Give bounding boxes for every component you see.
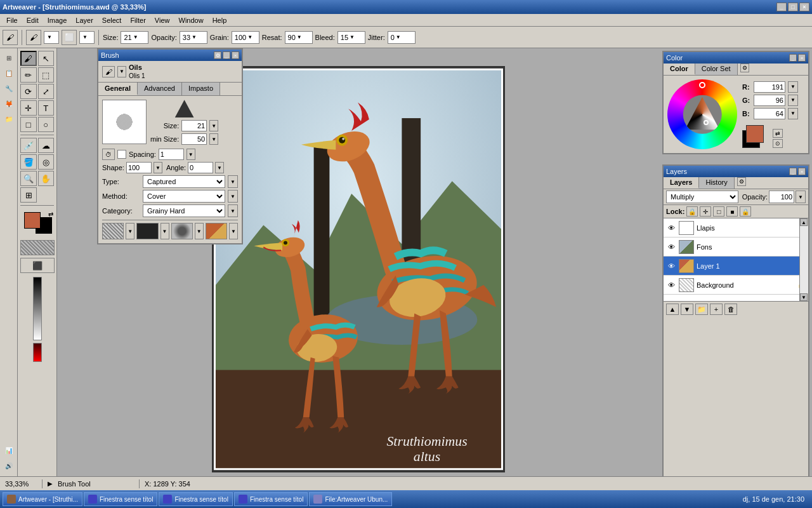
- lock-pixels-btn[interactable]: 🔒: [686, 206, 698, 217]
- layers-panel-minimize[interactable]: _: [789, 168, 797, 175]
- move-layer-down-btn[interactable]: ▼: [681, 304, 693, 315]
- menu-filter[interactable]: Filter: [126, 16, 149, 25]
- scroll-up-btn[interactable]: ▲: [800, 218, 808, 226]
- blur-btn[interactable]: ◎: [38, 154, 55, 170]
- swap-colors-btn[interactable]: ⇄: [773, 129, 783, 138]
- menu-view[interactable]: View: [151, 16, 174, 25]
- menu-layer[interactable]: Layer: [72, 16, 97, 25]
- layers-panel-controls[interactable]: _ ×: [789, 168, 806, 175]
- os-icon-bottom[interactable]: 📊: [2, 443, 16, 457]
- color-panel-close[interactable]: ×: [798, 54, 806, 62]
- lock-icon[interactable]: 🔒: [740, 206, 751, 217]
- menu-image[interactable]: Image: [44, 16, 71, 25]
- os-icon-4[interactable]: 🦊: [2, 97, 16, 110]
- spacing-icon-btn[interactable]: ⏱: [102, 149, 115, 160]
- move-tool-btn[interactable]: ✛: [20, 100, 37, 116]
- rect-select-btn[interactable]: ⬚: [38, 67, 55, 83]
- brush-pattern-icon[interactable]: ⬜: [62, 30, 77, 45]
- pencil-tool-btn[interactable]: ✏: [20, 67, 37, 83]
- color-panel-controls[interactable]: _ ×: [789, 54, 806, 62]
- taskbar-btn-artweaver[interactable]: Artweaver - [Struthi...: [3, 492, 82, 506]
- angle-input[interactable]: [188, 162, 213, 173]
- preset-2[interactable]: [136, 223, 158, 239]
- brush-tool-btn[interactable]: 🖌: [20, 51, 37, 66]
- brush-settings-icon[interactable]: ⚙: [214, 51, 221, 59]
- method-select-arrow[interactable]: ▼: [228, 190, 238, 203]
- delete-layer-btn[interactable]: 🗑: [724, 304, 737, 315]
- size-dropdown[interactable]: 21: [121, 31, 148, 44]
- minsize-param-dropdown[interactable]: ▼: [209, 133, 218, 145]
- os-icon-3[interactable]: 🔧: [2, 81, 16, 95]
- lock-transparency-btn[interactable]: □: [713, 206, 724, 217]
- g-dropdown[interactable]: ▼: [788, 95, 798, 106]
- layer-row-llapis[interactable]: 👁 Llapis: [664, 218, 808, 237]
- fg-color-swatch[interactable]: [24, 212, 41, 229]
- taskbar-btn-finestra1[interactable]: Finestra sense títol: [84, 492, 157, 506]
- brush-shape-preview[interactable]: [175, 100, 194, 117]
- layers-scrollbar[interactable]: ▲ ▼: [799, 218, 808, 301]
- menu-edit[interactable]: Edit: [23, 16, 43, 25]
- preset-4[interactable]: [206, 223, 227, 239]
- os-icon-5[interactable]: 📁: [2, 112, 16, 126]
- brush-type-icon[interactable]: 🖌: [102, 66, 115, 77]
- fill-btn[interactable]: 🪣: [20, 154, 37, 170]
- swap-colors-icon[interactable]: ⇄: [48, 211, 53, 218]
- texture-swatch[interactable]: [20, 240, 55, 255]
- tab-layers[interactable]: Layers: [664, 177, 699, 189]
- spacing-check[interactable]: [117, 150, 126, 159]
- transform-tool-btn[interactable]: ⤢: [38, 84, 55, 99]
- scroll-down-btn[interactable]: ▼: [800, 293, 808, 301]
- opacity-dropdown[interactable]: ▼: [796, 190, 806, 203]
- new-layer-btn[interactable]: +: [710, 304, 723, 315]
- os-icon-bottom2[interactable]: 🔊: [2, 458, 16, 472]
- spacing-dropdown[interactable]: ▼: [187, 149, 195, 160]
- resat-dropdown[interactable]: 90: [285, 31, 313, 44]
- fg-swatch[interactable]: [746, 125, 764, 143]
- os-icon-2[interactable]: 📋: [2, 66, 16, 80]
- tab-history[interactable]: History: [699, 177, 734, 189]
- bleed-dropdown[interactable]: 15: [337, 31, 365, 44]
- minsize-param-input[interactable]: [181, 133, 207, 145]
- jitter-dropdown[interactable]: 0: [388, 31, 416, 44]
- preset-3-dropdown[interactable]: ▼: [195, 223, 204, 239]
- blend-mode-select[interactable]: Multiply: [666, 190, 738, 203]
- maximize-button[interactable]: □: [788, 3, 798, 11]
- brush-selector-icon[interactable]: 🖌: [26, 30, 41, 45]
- preset-4-dropdown[interactable]: ▼: [229, 223, 238, 239]
- r-dropdown[interactable]: ▼: [788, 81, 798, 93]
- shape-input[interactable]: [126, 162, 152, 173]
- minimize-button[interactable]: _: [776, 3, 787, 11]
- layer-visibility-layer1[interactable]: 👁: [666, 261, 676, 271]
- preset-1-dropdown[interactable]: ▼: [126, 223, 134, 239]
- spacing-input[interactable]: [159, 149, 184, 160]
- type-select-arrow[interactable]: ▼: [228, 175, 238, 188]
- category-select-arrow[interactable]: ▼: [228, 204, 238, 217]
- tab-color[interactable]: Color: [664, 64, 695, 75]
- shape-dropdown[interactable]: ▼: [154, 162, 162, 173]
- ellipse-shape-btn[interactable]: ○: [38, 117, 55, 132]
- rect-shape-btn[interactable]: □: [20, 117, 37, 132]
- os-icon-1[interactable]: ⊞: [2, 51, 16, 65]
- angle-dropdown[interactable]: ▼: [215, 162, 224, 173]
- b-dropdown[interactable]: ▼: [788, 108, 798, 119]
- grain-dropdown[interactable]: 100: [232, 31, 259, 44]
- preset-1[interactable]: [102, 223, 124, 239]
- zoom-btn[interactable]: 🔍: [20, 171, 37, 186]
- brush-tool-icon[interactable]: 🖌: [3, 30, 18, 45]
- size-param-input[interactable]: [181, 120, 207, 131]
- close-button[interactable]: ×: [799, 3, 809, 11]
- taskbar-btn-file[interactable]: File:Artweaver Ubun...: [309, 492, 392, 506]
- brush-pattern-dropdown[interactable]: [79, 31, 95, 44]
- brush-panel-close[interactable]: ×: [232, 51, 239, 59]
- preset-2-dropdown[interactable]: ▼: [160, 223, 169, 239]
- smudge-btn[interactable]: ☁: [38, 138, 55, 153]
- layer-visibility-llapis[interactable]: 👁: [666, 223, 676, 233]
- color-selector-dot[interactable]: [704, 120, 709, 125]
- layer-row-layer1[interactable]: 👁 Layer 1: [664, 257, 808, 276]
- menu-file[interactable]: File: [3, 16, 22, 25]
- taskbar-btn-finestra3[interactable]: Finestra sense títol: [234, 492, 308, 506]
- preset-3[interactable]: [171, 223, 193, 239]
- layer-row-fons[interactable]: 👁 Fons: [664, 237, 808, 257]
- opacity-dropdown[interactable]: 33: [180, 31, 207, 44]
- eyedropper-btn[interactable]: 💉: [20, 138, 37, 153]
